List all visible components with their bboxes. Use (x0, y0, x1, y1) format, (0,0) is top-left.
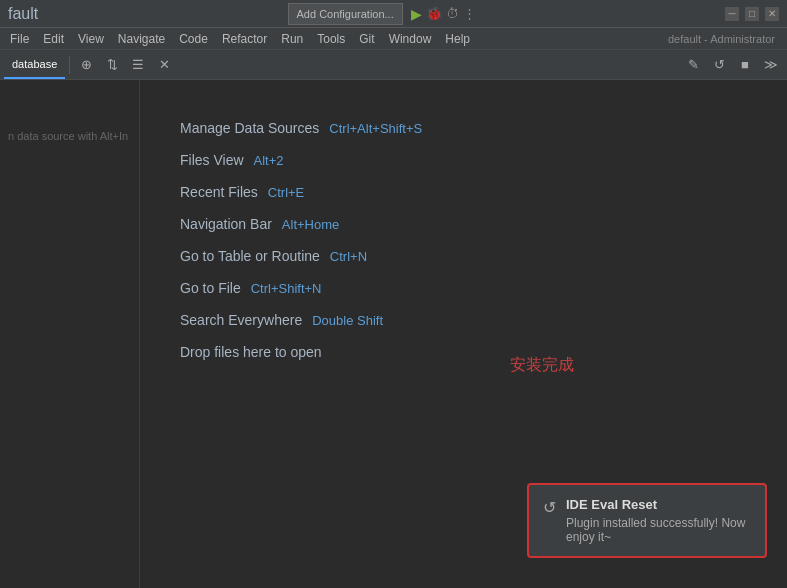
sort-button[interactable]: ⇅ (100, 53, 124, 77)
tab-database[interactable]: database (4, 51, 65, 79)
shortcut-navigation-bar: Navigation Bar Alt+Home (180, 216, 747, 232)
shortcut-key-navbar: Alt+Home (282, 217, 339, 232)
shortcut-recent-files: Recent Files Ctrl+E (180, 184, 747, 200)
profile-icon[interactable]: ⏱ (446, 6, 459, 21)
menu-bar: File Edit View Navigate Code Refactor Ru… (0, 28, 787, 50)
shortcut-label-files: Files View (180, 152, 244, 168)
menu-help[interactable]: Help (439, 28, 476, 50)
shortcut-label-goto-file: Go to File (180, 280, 241, 296)
app-title: default - Administrator (668, 33, 775, 45)
close-panel-button[interactable]: ✕ (152, 53, 176, 77)
sidebar: n data source with Alt+In (0, 80, 140, 588)
app-name: fault (8, 5, 38, 23)
menu-refactor[interactable]: Refactor (216, 28, 273, 50)
more-icon[interactable]: ⋮ (463, 6, 476, 21)
shortcut-key-files: Alt+2 (254, 153, 284, 168)
notification-body: Plugin installed successfully! Now enjoy… (566, 516, 751, 544)
run-controls: ▶ 🐞 ⏱ ⋮ (411, 6, 476, 22)
shortcut-goto-table: Go to Table or Routine Ctrl+N (180, 248, 747, 264)
notification-icon: ↺ (543, 498, 556, 517)
shortcut-label-manage: Manage Data Sources (180, 120, 319, 136)
more-options-icon[interactable]: ≫ (759, 53, 783, 77)
shortcut-label-goto-table: Go to Table or Routine (180, 248, 320, 264)
notification-popup: ↺ IDE Eval Reset Plugin installed succes… (527, 483, 767, 558)
window-controls: ─ □ ✕ (725, 7, 779, 21)
shortcut-list: Manage Data Sources Ctrl+Alt+Shift+S Fil… (180, 120, 747, 360)
layout-button[interactable]: ☰ (126, 53, 150, 77)
menu-window[interactable]: Window (383, 28, 438, 50)
shortcut-files-view: Files View Alt+2 (180, 152, 747, 168)
shortcut-drop-files: Drop files here to open (180, 344, 747, 360)
menu-code[interactable]: Code (173, 28, 214, 50)
title-bar-left: fault (8, 5, 38, 23)
shortcut-key-manage: Ctrl+Alt+Shift+S (329, 121, 422, 136)
main-layout: n data source with Alt+In Manage Data So… (0, 80, 787, 588)
shortcut-key-search: Double Shift (312, 313, 383, 328)
shortcut-label-navbar: Navigation Bar (180, 216, 272, 232)
shortcut-label-recent: Recent Files (180, 184, 258, 200)
edit-icon[interactable]: ✎ (681, 53, 705, 77)
toolbar: database ⊕ ⇅ ☰ ✕ ✎ ↺ ■ ≫ (0, 50, 787, 80)
run-icon[interactable]: ▶ (411, 6, 422, 22)
shortcut-label-search: Search Everywhere (180, 312, 302, 328)
menu-navigate[interactable]: Navigate (112, 28, 171, 50)
menu-tools[interactable]: Tools (311, 28, 351, 50)
shortcut-manage-datasources: Manage Data Sources Ctrl+Alt+Shift+S (180, 120, 747, 136)
shortcut-key-goto-table: Ctrl+N (330, 249, 367, 264)
minimize-button[interactable]: ─ (725, 7, 739, 21)
notification-content: IDE Eval Reset Plugin installed successf… (566, 497, 751, 544)
debug-icon[interactable]: 🐞 (426, 6, 442, 21)
add-configuration-button[interactable]: Add Configuration... (288, 3, 403, 25)
shortcut-goto-file: Go to File Ctrl+Shift+N (180, 280, 747, 296)
title-bar-center: Add Configuration... ▶ 🐞 ⏱ ⋮ (288, 3, 476, 25)
notification-title: IDE Eval Reset (566, 497, 751, 512)
shortcut-key-recent: Ctrl+E (268, 185, 304, 200)
content-area: Manage Data Sources Ctrl+Alt+Shift+S Fil… (140, 80, 787, 588)
sidebar-placeholder: n data source with Alt+In (0, 88, 139, 185)
close-button[interactable]: ✕ (765, 7, 779, 21)
menu-view[interactable]: View (72, 28, 110, 50)
stop-icon[interactable]: ■ (733, 53, 757, 77)
shortcut-search-everywhere: Search Everywhere Double Shift (180, 312, 747, 328)
add-datasource-button[interactable]: ⊕ (74, 53, 98, 77)
menu-run[interactable]: Run (275, 28, 309, 50)
menu-file[interactable]: File (4, 28, 35, 50)
menu-git[interactable]: Git (353, 28, 380, 50)
chinese-completion-text: 安装完成 (510, 355, 574, 376)
maximize-button[interactable]: □ (745, 7, 759, 21)
toolbar-separator (69, 56, 70, 74)
shortcut-label-drop: Drop files here to open (180, 344, 322, 360)
refresh-icon[interactable]: ↺ (707, 53, 731, 77)
menu-edit[interactable]: Edit (37, 28, 70, 50)
title-bar: fault Add Configuration... ▶ 🐞 ⏱ ⋮ ─ □ ✕ (0, 0, 787, 28)
shortcut-key-goto-file: Ctrl+Shift+N (251, 281, 322, 296)
